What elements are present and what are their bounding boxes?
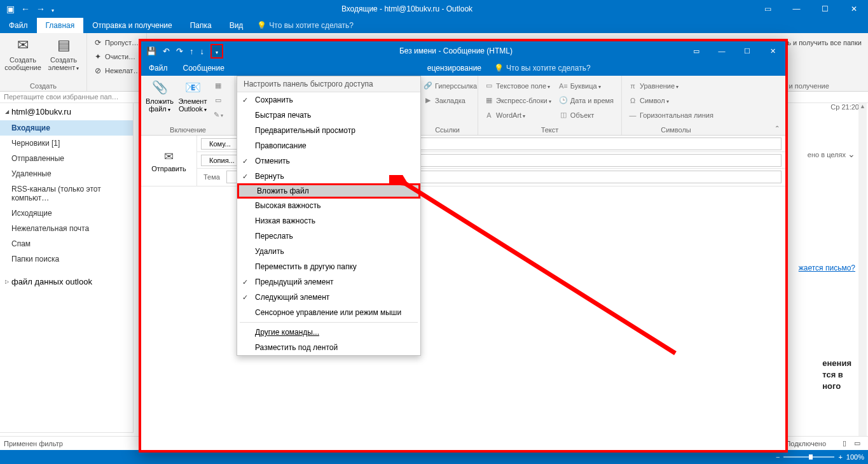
skip-button[interactable]: ⟳Пропуст… — [91, 36, 142, 49]
folder-junk[interactable]: Нежелательная почта — [0, 221, 133, 236]
new-mail-button[interactable]: ✉Создать сообщение — [4, 34, 42, 71]
symbol-button[interactable]: ΩСимвол — [626, 94, 716, 107]
attach-item-button[interactable]: 📧Элемент Outlook — [177, 77, 209, 125]
tab-home[interactable]: Главная — [37, 18, 84, 33]
compose-title: Без имени - Сообщение (HTML) — [228, 46, 684, 55]
qat-customize-icon[interactable] — [52, 4, 54, 14]
bizcard-icon: ▭ — [214, 96, 223, 104]
compose-tab-message[interactable]: Сообщение — [176, 60, 232, 76]
folder-sent[interactable]: Отправленные — [0, 151, 133, 166]
skip-icon: ⟳ — [93, 38, 102, 47]
wordart-icon: A — [485, 111, 493, 119]
equation-button[interactable]: πУравнение — [626, 79, 716, 92]
hyperlink-button[interactable]: 🔗Гиперссылка — [421, 79, 479, 92]
folder-spam[interactable]: Спам — [0, 236, 133, 251]
compose-maximize-button[interactable]: ☐ — [734, 41, 760, 60]
bookmark-button[interactable]: ▶Закладка — [421, 94, 479, 107]
menu-more[interactable]: Другие команды... — [237, 325, 420, 340]
equation-icon: π — [628, 82, 637, 90]
menu-prev[interactable]: Предыдущий элемент — [237, 274, 420, 290]
object-button[interactable]: ◫Объект — [556, 108, 616, 122]
dropcap-button[interactable]: A≡Буквица — [556, 79, 616, 92]
tab-sendreceive[interactable]: Отправка и получение — [83, 18, 181, 33]
qat-next-icon[interactable]: ↓ — [200, 46, 205, 56]
datafile-node[interactable]: файл данных outlook — [0, 273, 133, 290]
sig-btn[interactable]: ✎ — [211, 108, 225, 122]
compose-minimize-button[interactable]: — — [709, 41, 734, 60]
qat-customize-button[interactable] — [210, 44, 223, 59]
folder-rss[interactable]: RSS-каналы (только этот компьют… — [0, 181, 133, 206]
compose-ribbon-display-icon[interactable]: ▭ — [684, 41, 709, 60]
tellme-box[interactable]: 💡Что вы хотите сделать? — [257, 18, 354, 33]
qat-save-icon[interactable]: 💾 — [146, 46, 156, 56]
datetime-icon: 🕒 — [559, 96, 568, 104]
ribbon-display-icon[interactable]: ▭ — [754, 0, 782, 18]
menu-header: Настроить панель быстрого доступа — [237, 76, 420, 92]
tab-view[interactable]: Вид — [221, 18, 252, 33]
new-item-button[interactable]: ▤Создать элемент — [45, 34, 83, 73]
compose-tab-file[interactable]: Файл — [141, 60, 176, 76]
menu-forward[interactable]: Переслать — [237, 228, 420, 244]
quickparts-button[interactable]: ▦Экспресс-блоки — [482, 94, 554, 107]
view-normal-icon[interactable]: ▯ — [843, 439, 846, 447]
hr-icon: — — [628, 111, 637, 119]
send-button[interactable]: ✉ Отправить — [141, 136, 197, 186]
view-reading-icon[interactable]: ▭ — [854, 439, 860, 447]
group-symbols-label: Символы — [626, 125, 726, 135]
to-button[interactable]: Кому... — [201, 138, 239, 150]
qat-prev-icon[interactable]: ← — [21, 4, 30, 14]
signature-icon: ✎ — [214, 111, 223, 119]
minimize-button[interactable]: — — [782, 0, 811, 18]
menu-hiimp[interactable]: Высокая важность — [237, 198, 420, 213]
qat-redo-icon[interactable]: ↷ — [176, 46, 183, 56]
folder-deleted[interactable]: Удаленные — [0, 166, 133, 181]
message-link[interactable]: жается письмо? — [799, 264, 855, 272]
menu-preview[interactable]: Предварительный просмотр — [237, 123, 420, 138]
compose-tab-review[interactable]: ецензирование — [420, 60, 489, 76]
account-node[interactable]: html@10bukv.ru — [0, 103, 133, 120]
zoom-in-button[interactable]: + — [838, 453, 842, 461]
quickparts-icon: ▦ — [485, 96, 493, 104]
menu-below[interactable]: Разместить под лентой — [237, 340, 420, 355]
menu-move[interactable]: Переместить в другую папку — [237, 259, 420, 274]
menu-delete[interactable]: Удалить — [237, 244, 420, 259]
tab-folder[interactable]: Папка — [181, 18, 221, 33]
menu-redo[interactable]: Вернуть — [237, 169, 420, 184]
menu-undo[interactable]: Отменить — [237, 153, 420, 169]
menu-save[interactable]: Сохранить — [237, 92, 420, 108]
junk-button[interactable]: ⊘Нежелат… — [91, 64, 142, 77]
datetime-button[interactable]: 🕒Дата и время — [556, 94, 616, 107]
compose-close-button[interactable]: ✕ — [760, 41, 785, 60]
close-button[interactable]: ✕ — [839, 0, 868, 18]
folder-inbox[interactable]: Входящие — [0, 120, 133, 136]
menu-next[interactable]: Следующий элемент — [237, 290, 420, 305]
bizcard-btn[interactable]: ▭ — [211, 94, 225, 107]
menu-touch[interactable]: Сенсорное управление или режим мыши — [237, 305, 420, 320]
clean-button[interactable]: ✦Очисти… — [91, 50, 142, 63]
menu-attach[interactable]: Вложить файл — [237, 183, 420, 199]
textbox-button[interactable]: ▭Текстовое поле — [482, 79, 554, 92]
folder-search[interactable]: Папки поиска — [0, 251, 133, 267]
folder-outbox[interactable]: Исходящие — [0, 206, 133, 221]
menu-spell[interactable]: Правописание — [237, 138, 420, 153]
wordart-button[interactable]: AWordArt — [482, 108, 554, 122]
tab-file[interactable]: Файл — [0, 18, 37, 33]
attach-file-button[interactable]: 📎Вложить файл — [145, 77, 174, 125]
folder-drafts[interactable]: Черновики [1] — [0, 136, 133, 151]
menu-quickprint[interactable]: Быстрая печать — [237, 108, 420, 123]
maximize-button[interactable]: ☐ — [811, 0, 839, 18]
menu-loimp[interactable]: Низкая важность — [237, 213, 420, 228]
calendar-btn[interactable]: ▦ — [211, 79, 225, 92]
mail-icon: ✉ — [17, 37, 29, 56]
qat-prev-icon[interactable]: ↑ — [189, 46, 194, 56]
nav-pane: html@10bukv.ru Входящие Черновики [1] От… — [0, 103, 134, 436]
hr-button[interactable]: —Горизонтальная линия — [626, 108, 716, 122]
zoom-slider[interactable] — [783, 456, 834, 458]
zoom-out-button[interactable]: − — [776, 453, 780, 461]
compose-tellme[interactable]: 💡Что вы хотите сделать? — [494, 60, 591, 76]
reading-scrollbar[interactable]: ▲ — [858, 103, 867, 436]
qat-next-icon[interactable]: → — [36, 4, 45, 14]
qat-undo-icon[interactable]: ↶ — [163, 46, 170, 56]
collapse-ribbon-icon[interactable]: ⌃ — [771, 125, 783, 134]
outlook-item-icon: 📧 — [185, 80, 201, 97]
